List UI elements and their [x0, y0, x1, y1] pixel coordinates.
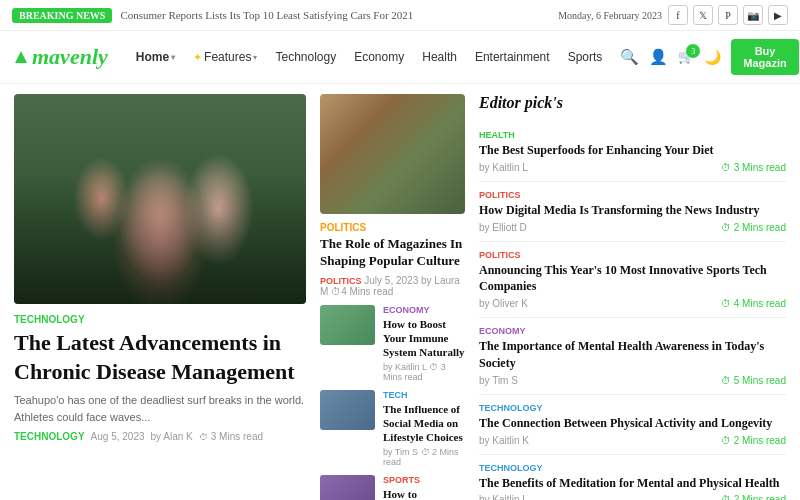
pick-meta: by Oliver K ⏱ 4 Mins read	[479, 298, 786, 309]
editor-picks: Editor pick's HEALTH The Best Superfoods…	[479, 94, 786, 500]
breaking-label: Breaking News	[12, 8, 112, 23]
top-article-meta: POLITICS July 5, 2023 by Laura M ⏱4 Mins…	[320, 275, 465, 297]
pick-item: POLITICS Announcing This Year's 10 Most …	[479, 242, 786, 319]
small-articles-list: ECONOMY How to Boost Your Immune System …	[320, 305, 465, 500]
featured-tag: TECHNOLOGY	[14, 314, 306, 325]
pick-author: by Kaitlin K	[479, 435, 529, 446]
picks-list: HEALTH The Best Superfoods for Enhancing…	[479, 122, 786, 500]
featured-title[interactable]: The Latest Advancements in Chronic Disea…	[14, 329, 306, 386]
dark-mode-icon[interactable]: 🌙	[704, 49, 721, 66]
breaking-bar: Breaking News Consumer Reports Lists Its…	[0, 0, 800, 31]
article-meta: by Kaitlin L ⏱ 3 Mins read	[383, 362, 465, 382]
article-title[interactable]: The Influence of Social Media on Lifesty…	[383, 402, 465, 445]
pick-title[interactable]: The Importance of Mental Health Awarenes…	[479, 338, 786, 372]
article-tag: SPORTS	[383, 475, 465, 485]
date-display: Monday, 6 February 2023	[558, 10, 662, 21]
pick-title[interactable]: Announcing This Year's 10 Most Innovativ…	[479, 262, 786, 296]
twitter-icon[interactable]: 𝕏	[693, 5, 713, 25]
article-title[interactable]: How to Recognize and Address Burnout	[383, 487, 465, 500]
pick-meta: by Kaitlin L ⏱ 3 Mins read	[479, 162, 786, 173]
pick-item: TECHNOLOGY The Connection Between Physic…	[479, 395, 786, 455]
pick-read-time: ⏱ 3 Mins read	[721, 162, 786, 173]
list-item: ECONOMY How to Boost Your Immune System …	[320, 305, 465, 382]
featured-read-time: ⏱ 3 Mins read	[199, 431, 263, 442]
cart-icon[interactable]: 🛒3	[678, 49, 694, 65]
featured-article: TECHNOLOGY The Latest Advancements in Ch…	[14, 94, 306, 500]
user-icon[interactable]: 👤	[649, 48, 668, 66]
article-tag: ECONOMY	[383, 305, 465, 315]
list-item: TECH The Influence of Social Media on Li…	[320, 390, 465, 467]
pick-tag: POLITICS	[479, 250, 786, 260]
pick-item: POLITICS How Digital Media Is Transformi…	[479, 182, 786, 242]
editor-picks-title: Editor pick's	[479, 94, 786, 112]
top-article-read-time: 4 Mins read	[341, 286, 393, 297]
pick-read-time: ⏱ 2 Mins read	[721, 435, 786, 446]
pick-item: HEALTH The Best Superfoods for Enhancing…	[479, 122, 786, 182]
buy-button[interactable]: Buy Magazin	[731, 39, 798, 75]
pick-item: ECONOMY The Importance of Mental Health …	[479, 318, 786, 395]
pick-title[interactable]: The Benefits of Meditation for Mental an…	[479, 475, 786, 492]
featured-article-text: TECHNOLOGY The Latest Advancements in Ch…	[14, 304, 306, 442]
pick-read-time: ⏱ 4 Mins read	[721, 298, 786, 309]
breaking-right: Monday, 6 February 2023 f 𝕏 P 📷 ▶	[558, 5, 788, 25]
main-nav: Home▾ ✦Features▾ Technology Economy Heal…	[128, 46, 611, 68]
article-tag: TECH	[383, 390, 465, 400]
nav-sports[interactable]: Sports	[560, 46, 611, 68]
article-thumbnail	[320, 305, 375, 345]
nav-features[interactable]: ✦Features▾	[185, 46, 265, 68]
pick-title[interactable]: The Connection Between Physical Activity…	[479, 415, 786, 432]
nav-entertainment[interactable]: Entertainment	[467, 46, 558, 68]
pick-meta: by Tim S ⏱ 5 Mins read	[479, 375, 786, 386]
pick-read-time: ⏱ 2 Mins read	[721, 494, 786, 500]
pick-title[interactable]: How Digital Media Is Transforming the Ne…	[479, 202, 786, 219]
pick-title[interactable]: The Best Superfoods for Enhancing Your D…	[479, 142, 786, 159]
header: mavenly Home▾ ✦Features▾ Technology Econ…	[0, 31, 800, 84]
logo: mavenly	[14, 44, 108, 70]
cart-count: 3	[686, 44, 700, 58]
pick-tag: TECHNOLOGY	[479, 463, 786, 473]
article-thumbnail	[320, 475, 375, 500]
pick-author: by Kaitlin L	[479, 494, 528, 500]
breaking-text: Consumer Reports Lists Its Top 10 Least …	[120, 9, 550, 21]
featured-desc: Teahupo'o has one of the deadliest surf …	[14, 392, 306, 425]
top-article-title[interactable]: The Role of Magazines In Shaping Popular…	[320, 236, 465, 270]
nav-home[interactable]: Home▾	[128, 46, 183, 68]
facebook-icon[interactable]: f	[668, 5, 688, 25]
pick-read-time: ⏱ 5 Mins read	[721, 375, 786, 386]
nav-technology[interactable]: Technology	[267, 46, 344, 68]
featured-tag-label: TECHNOLOGY	[14, 431, 85, 442]
list-item: SPORTS How to Recognize and Address Burn…	[320, 475, 465, 500]
featured-article-image	[14, 94, 306, 304]
pick-author: by Tim S	[479, 375, 518, 386]
search-icon[interactable]: 🔍	[620, 48, 639, 66]
main-content: TECHNOLOGY The Latest Advancements in Ch…	[0, 84, 800, 500]
nav-health[interactable]: Health	[414, 46, 465, 68]
article-content: TECH The Influence of Social Media on Li…	[383, 390, 465, 467]
header-right: 🔍 👤 🛒3 🌙 Buy Magazin ☰	[620, 39, 800, 75]
top-article-tag-label: POLITICS	[320, 276, 362, 286]
pick-author: by Oliver K	[479, 298, 528, 309]
pick-read-time: ⏱ 2 Mins read	[721, 222, 786, 233]
social-icons: f 𝕏 P 📷 ▶	[668, 5, 788, 25]
featured-author: by Alan K	[151, 431, 193, 442]
logo-text: mavenly	[32, 44, 108, 70]
pick-author: by Elliott D	[479, 222, 527, 233]
pick-item: TECHNOLOGY The Benefits of Meditation fo…	[479, 455, 786, 500]
pick-tag: ECONOMY	[479, 326, 786, 336]
top-article-tag: POLITICS	[320, 222, 465, 233]
pick-author: by Kaitlin L	[479, 162, 528, 173]
instagram-icon[interactable]: 📷	[743, 5, 763, 25]
pick-tag: POLITICS	[479, 190, 786, 200]
featured-meta: TECHNOLOGY Aug 5, 2023 by Alan K ⏱ 3 Min…	[14, 431, 306, 442]
pick-meta: by Elliott D ⏱ 2 Mins read	[479, 222, 786, 233]
article-content: ECONOMY How to Boost Your Immune System …	[383, 305, 465, 382]
article-content: SPORTS How to Recognize and Address Burn…	[383, 475, 465, 500]
top-article-image	[320, 94, 465, 214]
pinterest-icon[interactable]: P	[718, 5, 738, 25]
nav-economy[interactable]: Economy	[346, 46, 412, 68]
pick-tag: TECHNOLOGY	[479, 403, 786, 413]
middle-column: POLITICS The Role of Magazines In Shapin…	[320, 94, 465, 500]
youtube-icon[interactable]: ▶	[768, 5, 788, 25]
pick-meta: by Kaitlin K ⏱ 2 Mins read	[479, 435, 786, 446]
article-title[interactable]: How to Boost Your Immune System Naturall…	[383, 317, 465, 360]
